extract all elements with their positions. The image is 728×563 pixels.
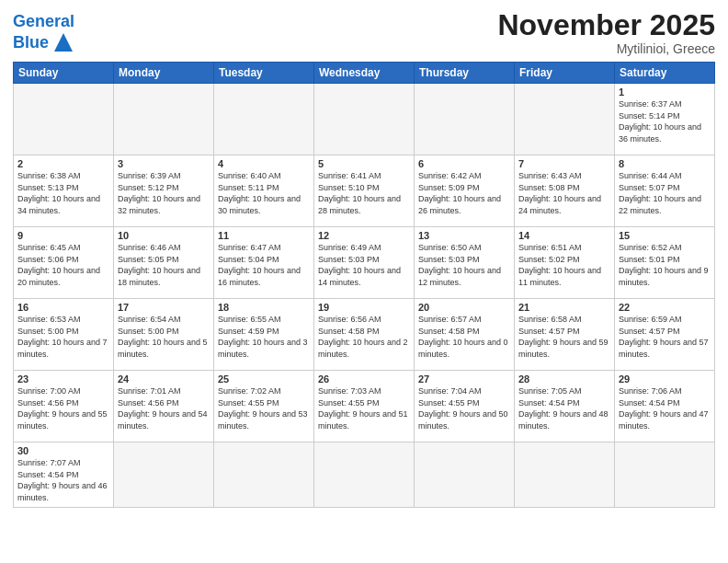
day-info: Sunrise: 7:07 AM Sunset: 4:54 PM Dayligh… — [17, 457, 109, 503]
table-row: 23Sunrise: 7:00 AM Sunset: 4:56 PM Dayli… — [14, 371, 114, 442]
table-row: 2Sunrise: 6:38 AM Sunset: 5:13 PM Daylig… — [14, 155, 114, 227]
day-number: 3 — [118, 158, 210, 169]
table-row: 15Sunrise: 6:52 AM Sunset: 5:01 PM Dayli… — [615, 227, 715, 299]
table-row — [14, 84, 114, 155]
day-info: Sunrise: 6:41 AM Sunset: 5:10 PM Dayligh… — [318, 170, 410, 216]
table-row: 10Sunrise: 6:46 AM Sunset: 5:05 PM Dayli… — [114, 227, 214, 299]
table-row — [114, 442, 214, 507]
table-row: 24Sunrise: 7:01 AM Sunset: 4:56 PM Dayli… — [114, 371, 214, 442]
day-info: Sunrise: 6:52 AM Sunset: 5:01 PM Dayligh… — [619, 242, 711, 288]
table-row: 22Sunrise: 6:59 AM Sunset: 4:57 PM Dayli… — [615, 299, 715, 371]
table-row: 26Sunrise: 7:03 AM Sunset: 4:55 PM Dayli… — [314, 371, 415, 442]
table-row: 4Sunrise: 6:40 AM Sunset: 5:11 PM Daylig… — [214, 155, 314, 227]
table-row — [114, 84, 214, 155]
location: Mytilinioi, Greece — [497, 41, 715, 56]
table-row: 11Sunrise: 6:47 AM Sunset: 5:04 PM Dayli… — [214, 227, 314, 299]
day-info: Sunrise: 6:53 AM Sunset: 5:00 PM Dayligh… — [17, 314, 109, 360]
day-number: 28 — [518, 373, 610, 385]
table-row: 8Sunrise: 6:44 AM Sunset: 5:07 PM Daylig… — [615, 155, 715, 227]
day-number: 7 — [518, 158, 610, 169]
day-info: Sunrise: 6:49 AM Sunset: 5:03 PM Dayligh… — [318, 242, 410, 288]
day-info: Sunrise: 6:50 AM Sunset: 5:03 PM Dayligh… — [418, 242, 510, 288]
day-number: 11 — [218, 230, 310, 241]
table-row — [515, 442, 615, 507]
day-number: 17 — [118, 302, 210, 313]
table-row: 1Sunrise: 6:37 AM Sunset: 5:14 PM Daylig… — [615, 84, 715, 155]
day-info: Sunrise: 6:58 AM Sunset: 4:57 PM Dayligh… — [518, 314, 610, 360]
day-number: 12 — [318, 230, 410, 241]
logo: General Blue — [13, 13, 76, 55]
day-number: 13 — [418, 230, 510, 241]
table-row: 20Sunrise: 6:57 AM Sunset: 4:58 PM Dayli… — [415, 299, 515, 371]
page: General Blue November 2025 Mytilinioi, G… — [0, 0, 728, 563]
table-row: 13Sunrise: 6:50 AM Sunset: 5:03 PM Dayli… — [415, 227, 515, 299]
day-info: Sunrise: 6:59 AM Sunset: 4:57 PM Dayligh… — [619, 314, 711, 360]
table-row: 16Sunrise: 6:53 AM Sunset: 5:00 PM Dayli… — [14, 299, 114, 371]
day-info: Sunrise: 6:46 AM Sunset: 5:05 PM Dayligh… — [118, 242, 210, 288]
day-number: 22 — [619, 302, 711, 313]
day-info: Sunrise: 6:56 AM Sunset: 4:58 PM Dayligh… — [318, 314, 410, 360]
table-row: 28Sunrise: 7:05 AM Sunset: 4:54 PM Dayli… — [515, 371, 615, 442]
logo-icon — [51, 29, 76, 55]
day-info: Sunrise: 6:44 AM Sunset: 5:07 PM Dayligh… — [619, 170, 711, 216]
table-row: 14Sunrise: 6:51 AM Sunset: 5:02 PM Dayli… — [515, 227, 615, 299]
day-info: Sunrise: 6:47 AM Sunset: 5:04 PM Dayligh… — [218, 242, 310, 288]
day-info: Sunrise: 7:01 AM Sunset: 4:56 PM Dayligh… — [118, 385, 210, 431]
day-number: 20 — [418, 302, 510, 313]
day-info: Sunrise: 6:54 AM Sunset: 5:00 PM Dayligh… — [118, 314, 210, 360]
table-row: 17Sunrise: 6:54 AM Sunset: 5:00 PM Dayli… — [114, 299, 214, 371]
col-tuesday: Tuesday — [214, 63, 314, 84]
day-number: 25 — [218, 373, 310, 385]
header: General Blue November 2025 Mytilinioi, G… — [13, 9, 715, 56]
calendar-header-row: Sunday Monday Tuesday Wednesday Thursday… — [14, 63, 715, 84]
table-row: 21Sunrise: 6:58 AM Sunset: 4:57 PM Dayli… — [515, 299, 615, 371]
day-info: Sunrise: 7:00 AM Sunset: 4:56 PM Dayligh… — [17, 385, 109, 431]
col-sunday: Sunday — [14, 63, 114, 84]
day-info: Sunrise: 6:45 AM Sunset: 5:06 PM Dayligh… — [17, 242, 109, 288]
table-row: 3Sunrise: 6:39 AM Sunset: 5:12 PM Daylig… — [114, 155, 214, 227]
day-number: 24 — [118, 373, 210, 385]
table-row: 29Sunrise: 7:06 AM Sunset: 4:54 PM Dayli… — [615, 371, 715, 442]
day-number: 8 — [619, 158, 711, 169]
day-info: Sunrise: 6:55 AM Sunset: 4:59 PM Dayligh… — [218, 314, 310, 360]
day-number: 27 — [418, 373, 510, 385]
svg-marker-0 — [54, 33, 73, 52]
day-number: 30 — [17, 445, 109, 456]
day-info: Sunrise: 7:06 AM Sunset: 4:54 PM Dayligh… — [619, 385, 711, 431]
table-row: 6Sunrise: 6:42 AM Sunset: 5:09 PM Daylig… — [415, 155, 515, 227]
day-number: 26 — [318, 373, 410, 385]
table-row: 19Sunrise: 6:56 AM Sunset: 4:58 PM Dayli… — [314, 299, 415, 371]
day-info: Sunrise: 6:51 AM Sunset: 5:02 PM Dayligh… — [518, 242, 610, 288]
table-row: 5Sunrise: 6:41 AM Sunset: 5:10 PM Daylig… — [314, 155, 415, 227]
table-row: 25Sunrise: 7:02 AM Sunset: 4:55 PM Dayli… — [214, 371, 314, 442]
day-info: Sunrise: 6:37 AM Sunset: 5:14 PM Dayligh… — [619, 98, 711, 144]
day-number: 5 — [318, 158, 410, 169]
table-row: 30Sunrise: 7:07 AM Sunset: 4:54 PM Dayli… — [14, 442, 114, 507]
day-info: Sunrise: 7:03 AM Sunset: 4:55 PM Dayligh… — [318, 385, 410, 431]
col-friday: Friday — [515, 63, 615, 84]
title-block: November 2025 Mytilinioi, Greece — [497, 9, 715, 56]
day-number: 29 — [619, 373, 711, 385]
day-number: 4 — [218, 158, 310, 169]
day-number: 18 — [218, 302, 310, 313]
logo-blue-text: Blue — [13, 33, 49, 52]
day-info: Sunrise: 7:04 AM Sunset: 4:55 PM Dayligh… — [418, 385, 510, 431]
day-info: Sunrise: 6:38 AM Sunset: 5:13 PM Dayligh… — [17, 170, 109, 216]
day-info: Sunrise: 7:05 AM Sunset: 4:54 PM Dayligh… — [518, 385, 610, 431]
day-info: Sunrise: 6:39 AM Sunset: 5:12 PM Dayligh… — [118, 170, 210, 216]
day-number: 23 — [17, 373, 109, 385]
day-number: 19 — [318, 302, 410, 313]
logo-text: General — [13, 13, 76, 29]
col-monday: Monday — [114, 63, 214, 84]
day-info: Sunrise: 6:43 AM Sunset: 5:08 PM Dayligh… — [518, 170, 610, 216]
day-number: 15 — [619, 230, 711, 241]
logo-general: General — [13, 12, 74, 30]
table-row — [214, 84, 314, 155]
table-row — [314, 84, 415, 155]
day-number: 2 — [17, 158, 109, 169]
table-row — [415, 84, 515, 155]
table-row — [415, 442, 515, 507]
table-row: 9Sunrise: 6:45 AM Sunset: 5:06 PM Daylig… — [14, 227, 114, 299]
day-number: 16 — [17, 302, 109, 313]
day-info: Sunrise: 6:42 AM Sunset: 5:09 PM Dayligh… — [418, 170, 510, 216]
